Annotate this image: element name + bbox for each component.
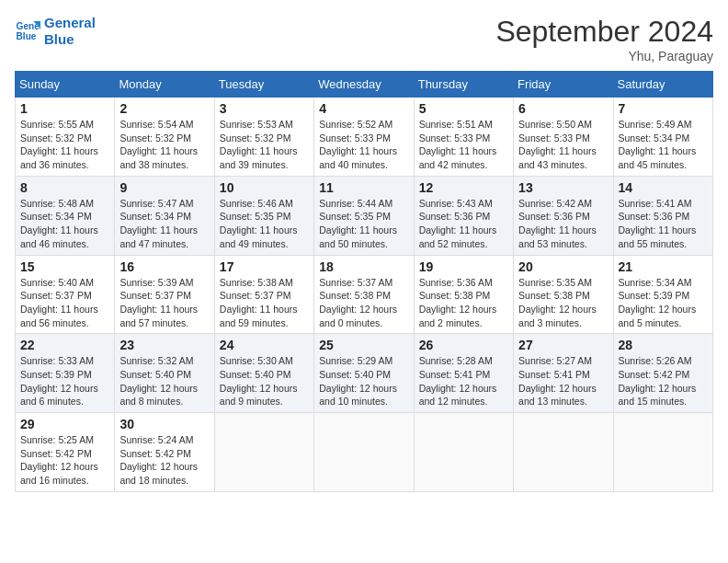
day-number: 19 <box>419 259 508 274</box>
day-number: 30 <box>119 417 209 431</box>
logo-icon: General Blue <box>15 18 40 44</box>
day-number: 14 <box>619 180 708 195</box>
day-number: 16 <box>119 259 209 274</box>
day-info: Sunrise: 5:25 AMSunset: 5:42 PMDaylight:… <box>20 434 98 486</box>
day-info: Sunrise: 5:48 AMSunset: 5:34 PMDaylight:… <box>20 198 98 249</box>
calendar-cell <box>214 413 313 492</box>
day-info: Sunrise: 5:50 AMSunset: 5:33 PMDaylight:… <box>518 119 597 170</box>
day-info: Sunrise: 5:41 AMSunset: 5:36 PMDaylight:… <box>619 198 697 249</box>
calendar-cell: 24 Sunrise: 5:30 AMSunset: 5:40 PMDaylig… <box>214 334 313 413</box>
day-info: Sunrise: 5:43 AMSunset: 5:36 PMDaylight:… <box>419 198 497 249</box>
weekday-header-sunday: Sunday <box>16 72 115 98</box>
day-info: Sunrise: 5:51 AMSunset: 5:33 PMDaylight:… <box>419 119 497 170</box>
svg-text:Blue: Blue <box>17 31 37 41</box>
day-number: 2 <box>119 101 209 116</box>
day-info: Sunrise: 5:36 AMSunset: 5:38 PMDaylight:… <box>419 277 497 328</box>
day-info: Sunrise: 5:49 AMSunset: 5:34 PMDaylight:… <box>619 119 697 170</box>
weekday-header-row: SundayMondayTuesdayWednesdayThursdayFrid… <box>16 72 713 98</box>
calendar-table: SundayMondayTuesdayWednesdayThursdayFrid… <box>15 71 713 492</box>
day-info: Sunrise: 5:44 AMSunset: 5:35 PMDaylight:… <box>319 198 397 249</box>
calendar-cell: 18 Sunrise: 5:37 AMSunset: 5:38 PMDaylig… <box>314 255 414 334</box>
week-row-1: 1 Sunrise: 5:55 AMSunset: 5:32 PMDayligh… <box>16 98 713 177</box>
title-block: September 2024 Yhu, Paraguay <box>495 15 713 63</box>
day-info: Sunrise: 5:28 AMSunset: 5:41 PMDaylight:… <box>419 355 497 407</box>
calendar-cell: 15 Sunrise: 5:40 AMSunset: 5:37 PMDaylig… <box>16 255 115 334</box>
calendar-cell: 21 Sunrise: 5:34 AMSunset: 5:39 PMDaylig… <box>613 255 712 334</box>
week-row-4: 22 Sunrise: 5:33 AMSunset: 5:39 PMDaylig… <box>16 334 713 413</box>
calendar-cell <box>613 413 712 492</box>
calendar-cell: 5 Sunrise: 5:51 AMSunset: 5:33 PMDayligh… <box>414 98 513 177</box>
calendar-cell: 7 Sunrise: 5:49 AMSunset: 5:34 PMDayligh… <box>613 98 712 177</box>
calendar-cell: 28 Sunrise: 5:26 AMSunset: 5:42 PMDaylig… <box>613 334 712 413</box>
day-number: 11 <box>319 180 408 195</box>
day-number: 12 <box>419 180 508 195</box>
calendar-cell: 25 Sunrise: 5:29 AMSunset: 5:40 PMDaylig… <box>314 334 414 413</box>
page-header: General Blue General Blue September 2024… <box>15 15 713 63</box>
week-row-2: 8 Sunrise: 5:48 AMSunset: 5:34 PMDayligh… <box>16 176 713 255</box>
day-number: 3 <box>220 101 309 116</box>
day-number: 27 <box>518 338 608 352</box>
location: Yhu, Paraguay <box>495 49 713 63</box>
calendar-cell: 19 Sunrise: 5:36 AMSunset: 5:38 PMDaylig… <box>414 255 513 334</box>
calendar-cell: 29 Sunrise: 5:25 AMSunset: 5:42 PMDaylig… <box>16 413 115 492</box>
day-info: Sunrise: 5:54 AMSunset: 5:32 PMDaylight:… <box>119 119 198 170</box>
calendar-cell: 10 Sunrise: 5:46 AMSunset: 5:35 PMDaylig… <box>214 176 313 255</box>
calendar-cell: 3 Sunrise: 5:53 AMSunset: 5:32 PMDayligh… <box>214 98 313 177</box>
weekday-header-monday: Monday <box>115 72 214 98</box>
logo-line2: Blue <box>44 31 96 48</box>
day-info: Sunrise: 5:27 AMSunset: 5:41 PMDaylight:… <box>518 355 597 407</box>
day-info: Sunrise: 5:53 AMSunset: 5:32 PMDaylight:… <box>220 119 298 170</box>
month-title: September 2024 <box>495 15 713 49</box>
day-number: 21 <box>619 259 708 274</box>
day-info: Sunrise: 5:29 AMSunset: 5:40 PMDaylight:… <box>319 355 397 407</box>
day-number: 24 <box>220 338 309 352</box>
calendar-cell <box>414 413 513 492</box>
day-number: 25 <box>319 338 408 352</box>
weekday-header-thursday: Thursday <box>414 72 513 98</box>
day-info: Sunrise: 5:38 AMSunset: 5:37 PMDaylight:… <box>220 277 298 328</box>
calendar-cell: 23 Sunrise: 5:32 AMSunset: 5:40 PMDaylig… <box>115 334 214 413</box>
day-number: 18 <box>319 259 408 274</box>
day-info: Sunrise: 5:39 AMSunset: 5:37 PMDaylight:… <box>119 277 198 328</box>
calendar-cell: 27 Sunrise: 5:27 AMSunset: 5:41 PMDaylig… <box>514 334 613 413</box>
calendar-cell: 13 Sunrise: 5:42 AMSunset: 5:36 PMDaylig… <box>514 176 613 255</box>
day-number: 22 <box>20 338 109 352</box>
day-number: 5 <box>419 101 508 116</box>
day-number: 6 <box>518 101 608 116</box>
calendar-cell: 1 Sunrise: 5:55 AMSunset: 5:32 PMDayligh… <box>16 98 115 177</box>
week-row-3: 15 Sunrise: 5:40 AMSunset: 5:37 PMDaylig… <box>16 255 713 334</box>
day-info: Sunrise: 5:30 AMSunset: 5:40 PMDaylight:… <box>220 355 298 407</box>
calendar-cell: 9 Sunrise: 5:47 AMSunset: 5:34 PMDayligh… <box>115 176 214 255</box>
day-number: 4 <box>319 101 408 116</box>
day-number: 13 <box>518 180 608 195</box>
calendar-cell: 14 Sunrise: 5:41 AMSunset: 5:36 PMDaylig… <box>613 176 712 255</box>
day-number: 8 <box>20 180 109 195</box>
day-number: 28 <box>619 338 708 352</box>
day-info: Sunrise: 5:55 AMSunset: 5:32 PMDaylight:… <box>20 119 98 170</box>
day-info: Sunrise: 5:34 AMSunset: 5:39 PMDaylight:… <box>619 277 697 328</box>
calendar-cell: 26 Sunrise: 5:28 AMSunset: 5:41 PMDaylig… <box>414 334 513 413</box>
day-number: 1 <box>20 101 109 116</box>
calendar-cell: 11 Sunrise: 5:44 AMSunset: 5:35 PMDaylig… <box>314 176 414 255</box>
day-number: 26 <box>419 338 508 352</box>
calendar-cell: 6 Sunrise: 5:50 AMSunset: 5:33 PMDayligh… <box>514 98 613 177</box>
day-info: Sunrise: 5:24 AMSunset: 5:42 PMDaylight:… <box>119 434 198 486</box>
day-info: Sunrise: 5:35 AMSunset: 5:38 PMDaylight:… <box>518 277 597 328</box>
weekday-header-wednesday: Wednesday <box>314 72 414 98</box>
calendar-cell: 30 Sunrise: 5:24 AMSunset: 5:42 PMDaylig… <box>115 413 214 492</box>
day-info: Sunrise: 5:46 AMSunset: 5:35 PMDaylight:… <box>220 198 298 249</box>
day-info: Sunrise: 5:52 AMSunset: 5:33 PMDaylight:… <box>319 119 397 170</box>
day-number: 23 <box>119 338 209 352</box>
calendar-cell: 22 Sunrise: 5:33 AMSunset: 5:39 PMDaylig… <box>16 334 115 413</box>
weekday-header-tuesday: Tuesday <box>214 72 313 98</box>
day-info: Sunrise: 5:26 AMSunset: 5:42 PMDaylight:… <box>619 355 697 407</box>
weekday-header-saturday: Saturday <box>613 72 712 98</box>
week-row-5: 29 Sunrise: 5:25 AMSunset: 5:42 PMDaylig… <box>16 413 713 492</box>
calendar-cell: 4 Sunrise: 5:52 AMSunset: 5:33 PMDayligh… <box>314 98 414 177</box>
day-number: 7 <box>619 101 708 116</box>
calendar-cell <box>314 413 414 492</box>
logo-line1: General <box>44 15 96 31</box>
calendar-cell: 8 Sunrise: 5:48 AMSunset: 5:34 PMDayligh… <box>16 176 115 255</box>
day-info: Sunrise: 5:40 AMSunset: 5:37 PMDaylight:… <box>20 277 98 328</box>
calendar-cell: 12 Sunrise: 5:43 AMSunset: 5:36 PMDaylig… <box>414 176 513 255</box>
